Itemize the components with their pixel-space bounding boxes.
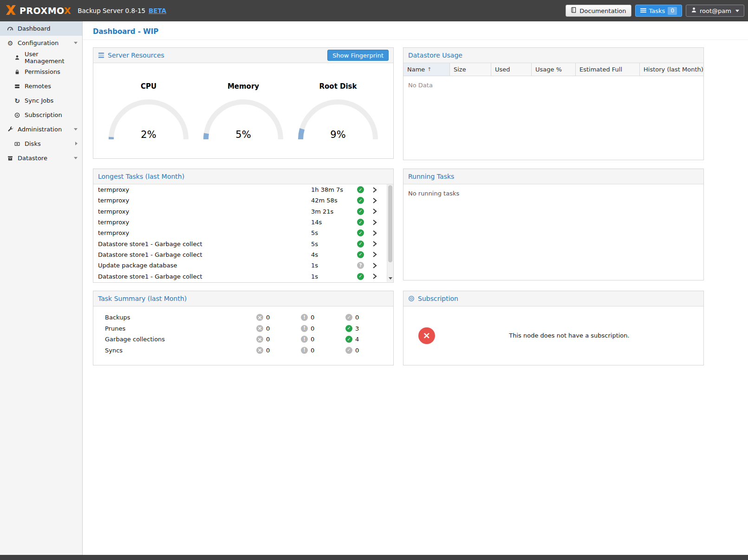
summary-warnings-cell: 0 bbox=[301, 314, 345, 321]
scrollbar[interactable] bbox=[387, 184, 393, 282]
task-row[interactable]: termproxy 1h 38m 7s bbox=[93, 184, 386, 195]
sidebar-item-user-management[interactable]: User Management bbox=[0, 50, 82, 65]
summary-label: Prunes bbox=[93, 325, 256, 332]
task-row[interactable]: Datastore store1 - Garbage collect 1s bbox=[93, 271, 386, 281]
scrollbar-thumb[interactable] bbox=[388, 185, 392, 262]
show-fingerprint-button[interactable]: Show Fingerprint bbox=[327, 50, 389, 61]
column-header-name[interactable]: Name ↑ bbox=[403, 63, 450, 76]
hard-disk-icon bbox=[13, 141, 22, 147]
sidebar-item-permissions[interactable]: Permissions bbox=[0, 65, 82, 79]
summary-warnings-cell: 0 bbox=[301, 336, 345, 343]
task-row[interactable]: termproxy 3m 21s bbox=[93, 206, 386, 217]
sidebar-item-datastore[interactable]: Datastore bbox=[0, 151, 82, 165]
documentation-button[interactable]: Documentation bbox=[566, 5, 631, 17]
task-row[interactable]: termproxy 5s bbox=[93, 228, 386, 238]
sidebar-item-disks[interactable]: Disks bbox=[0, 137, 82, 151]
beta-link[interactable]: BETA bbox=[149, 7, 166, 14]
chevron-right-icon[interactable] bbox=[372, 198, 377, 203]
chevron-right-icon[interactable] bbox=[372, 208, 377, 214]
bottom-edge-bar bbox=[0, 555, 748, 560]
gauge-group: CPU 2% Memory 5% Root Disk bbox=[93, 63, 393, 142]
ok-count-icon bbox=[345, 347, 352, 354]
task-summary-panel: Task Summary (last Month) Backups 0 0 0 … bbox=[93, 291, 394, 365]
warning-count-icon bbox=[301, 336, 308, 343]
column-header-usage-pct[interactable]: Usage % bbox=[532, 63, 576, 76]
task-duration: 5s bbox=[311, 241, 357, 247]
column-header-size[interactable]: Size bbox=[450, 63, 491, 76]
sidebar-item-label: Disks bbox=[25, 140, 41, 147]
summary-warnings-cell: 0 bbox=[301, 325, 345, 332]
sidebar-item-label: Datastore bbox=[18, 155, 47, 162]
task-row[interactable]: termproxy 42m 58s bbox=[93, 195, 386, 206]
task-name: termproxy bbox=[98, 229, 311, 236]
user-icon bbox=[13, 55, 22, 60]
chevron-down-icon bbox=[735, 10, 739, 12]
task-duration: 14s bbox=[311, 219, 357, 226]
proxmox-wordmark: PROXMOX bbox=[20, 6, 71, 16]
task-duration: 1s bbox=[311, 273, 357, 280]
no-subscription-error-icon bbox=[418, 327, 435, 344]
task-row[interactable]: Datastore store1 - Garbage collect 5s bbox=[93, 238, 386, 249]
page-title: Dashboard - WIP bbox=[83, 21, 748, 40]
product-version: Backup Server 0.8-15 bbox=[78, 7, 145, 14]
task-name: Datastore store1 - Garbage collect bbox=[98, 273, 311, 280]
user-menu-button[interactable]: root@pam bbox=[686, 5, 744, 17]
chevron-right-icon[interactable] bbox=[372, 230, 377, 236]
task-status-cell bbox=[357, 251, 372, 258]
tasks-button[interactable]: Tasks 0 bbox=[635, 5, 682, 17]
sidebar-item-administration[interactable]: Administration bbox=[0, 122, 82, 137]
panel-header: Server Resources Show Fingerprint bbox=[93, 48, 393, 63]
gauge-value-text: 9% bbox=[297, 129, 379, 140]
panel-header: Longest Tasks (last Month) bbox=[93, 169, 393, 184]
datastore-usage-panel: Datastore Usage Name ↑ Size Used Usage %… bbox=[403, 47, 704, 160]
error-count-icon bbox=[256, 325, 263, 332]
task-duration: 1s bbox=[311, 262, 357, 269]
column-label: Usage % bbox=[535, 66, 562, 73]
summary-ok-cell: 0 bbox=[345, 314, 390, 321]
sidebar-item-remotes[interactable]: Remotes bbox=[0, 79, 82, 93]
expand-arrow-icon[interactable] bbox=[75, 142, 78, 145]
sidebar-item-sync-jobs[interactable]: ↻ Sync Jobs bbox=[0, 93, 82, 108]
task-row[interactable]: Datastore store1 - Garbage collect 4s bbox=[93, 249, 386, 260]
server-resources-panel: Server Resources Show Fingerprint CPU 2%… bbox=[93, 47, 394, 159]
sidebar-item-dashboard[interactable]: Dashboard bbox=[0, 21, 82, 36]
column-label: Used bbox=[495, 66, 510, 73]
chevron-right-icon[interactable] bbox=[372, 263, 377, 268]
column-header-estimated-full[interactable]: Estimated Full bbox=[576, 63, 640, 76]
gauge-label: Memory bbox=[202, 82, 285, 91]
cpu-gauge: CPU 2% bbox=[107, 63, 190, 142]
sidebar-item-configuration[interactable]: ⚙ Configuration bbox=[0, 36, 82, 50]
sidebar-item-subscription[interactable]: Subscription bbox=[0, 108, 82, 122]
chevron-right-icon[interactable] bbox=[372, 220, 377, 225]
collapse-arrow-icon[interactable] bbox=[74, 42, 78, 44]
task-duration: 3m 21s bbox=[311, 208, 357, 215]
chevron-right-icon[interactable] bbox=[372, 187, 377, 193]
error-count-icon bbox=[256, 314, 263, 321]
server-resources-icon bbox=[98, 52, 104, 59]
button-label: Tasks bbox=[649, 7, 665, 14]
task-duration: 4s bbox=[311, 251, 357, 258]
chevron-right-icon[interactable] bbox=[372, 273, 377, 279]
chevron-right-icon[interactable] bbox=[372, 252, 377, 257]
gauge-value-text: 2% bbox=[107, 129, 190, 140]
task-status-icon bbox=[357, 219, 364, 226]
chevron-right-icon[interactable] bbox=[372, 241, 377, 247]
scroll-down-button[interactable] bbox=[387, 275, 393, 281]
error-count: 0 bbox=[266, 325, 270, 332]
task-list: termproxy 1h 38m 7s termproxy 42m 58s te… bbox=[93, 184, 393, 282]
summary-errors-cell: 0 bbox=[256, 347, 301, 354]
task-row[interactable]: termproxy 14s bbox=[93, 217, 386, 228]
sidebar-item-label: Sync Jobs bbox=[25, 97, 53, 104]
column-header-history[interactable]: History (last Month) bbox=[640, 63, 703, 76]
collapse-arrow-icon[interactable] bbox=[74, 128, 78, 130]
task-duration: 42m 58s bbox=[311, 197, 357, 204]
column-header-used[interactable]: Used bbox=[491, 63, 532, 76]
gauge-value-text: 5% bbox=[202, 129, 285, 140]
subscription-body: This node does not have a subscription. bbox=[403, 306, 703, 365]
task-name: Datastore store1 - Garbage collect bbox=[98, 241, 311, 247]
task-status-icon bbox=[357, 241, 364, 247]
task-row[interactable]: Update package database 1s bbox=[93, 260, 386, 271]
panel-header: Task Summary (last Month) bbox=[93, 291, 393, 306]
user-menu-label: root@pam bbox=[700, 7, 731, 14]
collapse-arrow-icon[interactable] bbox=[74, 157, 78, 159]
